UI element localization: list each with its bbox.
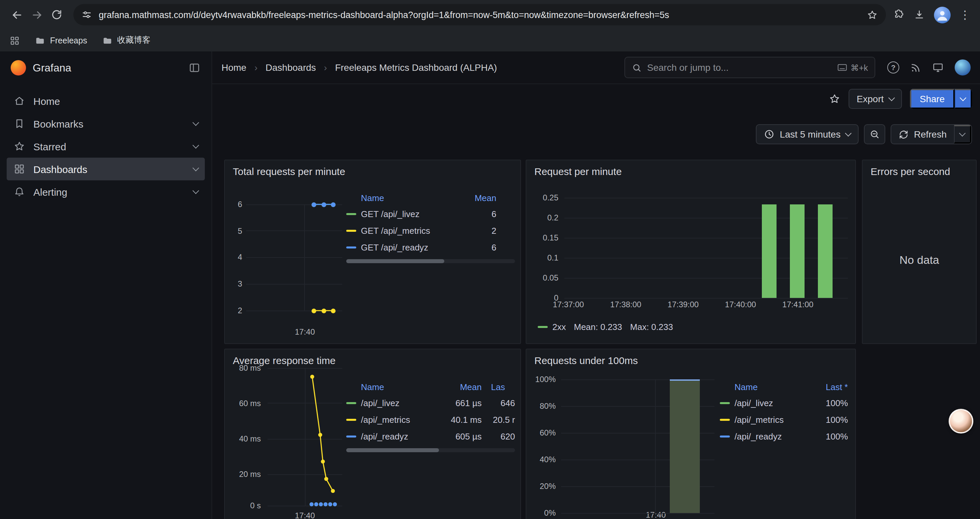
legend-header-mean[interactable]: Mean bbox=[456, 193, 496, 203]
legend-row[interactable]: /api/_readyz 100% bbox=[720, 428, 848, 445]
panel-title[interactable]: Errors per second bbox=[870, 166, 950, 177]
site-controls-icon[interactable] bbox=[81, 10, 92, 20]
scrollbar-thumb[interactable] bbox=[346, 448, 439, 452]
refresh-interval-caret[interactable] bbox=[954, 125, 971, 144]
x-tick: 17:41:00 bbox=[775, 300, 821, 309]
panel-title[interactable]: Total requests per minute bbox=[233, 166, 345, 177]
time-range-picker[interactable]: Last 5 minutes bbox=[756, 124, 859, 144]
legend-scrollbar[interactable] bbox=[346, 259, 515, 263]
legend-row[interactable]: /api/_metrics 100% bbox=[720, 412, 848, 428]
y-tick: 6 bbox=[225, 200, 242, 209]
dock-menu-button[interactable] bbox=[188, 61, 201, 74]
panel-title[interactable]: Request per minute bbox=[535, 166, 622, 177]
legend-header-mean[interactable]: Mean bbox=[442, 382, 482, 392]
y-tick: 40 ms bbox=[225, 434, 261, 444]
export-button[interactable]: Export bbox=[849, 89, 902, 109]
legend-mean: Mean: 0.233 bbox=[574, 322, 622, 332]
forward-button[interactable] bbox=[27, 5, 47, 25]
breadcrumb-dashboards[interactable]: Dashboards bbox=[266, 62, 316, 73]
legend-row[interactable]: /api/_livez 100% bbox=[720, 395, 848, 412]
legend-row[interactable]: GET /api/_metrics 2 bbox=[346, 222, 515, 239]
chevron-down-icon[interactable] bbox=[192, 142, 199, 148]
legend-header-name[interactable]: Name bbox=[720, 382, 811, 392]
x-tick: 17:40:00 bbox=[717, 300, 764, 309]
legend-header-name[interactable]: Name bbox=[346, 193, 456, 203]
user-avatar[interactable] bbox=[955, 59, 970, 75]
chevron-down-icon bbox=[959, 129, 966, 136]
y-tick: 5 bbox=[225, 227, 242, 236]
bookmark-folder-blogs[interactable]: 收藏博客 bbox=[102, 35, 150, 46]
legend-header-last[interactable]: Las bbox=[482, 382, 515, 392]
dashboards-icon bbox=[13, 163, 25, 175]
folder-icon bbox=[35, 35, 45, 46]
bookmark-star-icon[interactable] bbox=[867, 9, 878, 21]
share-caret-button[interactable] bbox=[955, 89, 972, 109]
y-tick: 0% bbox=[527, 508, 556, 517]
scrollbar-thumb[interactable] bbox=[346, 259, 444, 263]
chevron-down-icon[interactable] bbox=[192, 164, 199, 171]
y-tick: 4 bbox=[225, 252, 242, 262]
sidebar-item-label: Home bbox=[33, 95, 60, 107]
legend-header-last[interactable]: Last * bbox=[811, 382, 848, 392]
grafana-logo[interactable] bbox=[11, 60, 26, 75]
y-tick: 0.2 bbox=[527, 213, 558, 222]
floating-avatar[interactable] bbox=[949, 409, 973, 433]
browser-menu-icon[interactable]: ⋮ bbox=[959, 9, 970, 21]
favorite-star-icon[interactable] bbox=[829, 93, 841, 105]
grafana-app: Grafana Home Bookmarks Starred bbox=[0, 51, 980, 519]
y-tick: 0.15 bbox=[527, 233, 558, 243]
legend-row[interactable]: /api/_metrics 40.1 ms 20.5 r bbox=[346, 412, 515, 428]
url-text[interactable]: grafana.mathmast.com/d/deytv4rwavabkb/fr… bbox=[99, 10, 860, 20]
sidebar-item-label: Bookmarks bbox=[33, 118, 83, 129]
panel-title[interactable]: Requests under 100ms bbox=[535, 355, 638, 366]
bookmark-folder-freeleaps[interactable]: Freeleaps bbox=[35, 35, 87, 46]
sidebar-nav: Home Bookmarks Starred Dashboards bbox=[0, 84, 212, 203]
home-icon bbox=[13, 95, 25, 107]
reload-button[interactable] bbox=[47, 5, 67, 25]
help-icon[interactable]: ? bbox=[887, 61, 899, 73]
share-button[interactable]: Share bbox=[910, 89, 955, 109]
search-placeholder: Search or jump to... bbox=[647, 62, 832, 73]
search-icon bbox=[632, 62, 642, 72]
legend-row[interactable]: GET /api/_livez 6 bbox=[346, 206, 515, 222]
sidebar-item-home[interactable]: Home bbox=[7, 89, 205, 112]
search-input[interactable]: Search or jump to... ⌘+k bbox=[624, 57, 875, 78]
series-dash bbox=[538, 326, 548, 328]
back-button[interactable] bbox=[7, 5, 27, 25]
sidebar-item-label: Dashboards bbox=[33, 163, 88, 175]
legend-row[interactable]: /api/_readyz 605 µs 620 bbox=[346, 428, 515, 445]
legend-item[interactable]: 2xx bbox=[538, 322, 566, 332]
breadcrumb-home[interactable]: Home bbox=[221, 62, 247, 73]
rss-icon[interactable] bbox=[910, 62, 921, 73]
y-tick: 0.05 bbox=[527, 273, 558, 283]
monitor-icon[interactable] bbox=[932, 61, 944, 73]
y-tick: 60% bbox=[527, 428, 556, 438]
y-tick: 100% bbox=[527, 375, 556, 384]
omnibox[interactable]: grafana.mathmast.com/d/deytv4rwavabkb/fr… bbox=[73, 4, 886, 26]
screen: grafana.mathmast.com/d/deytv4rwavabkb/fr… bbox=[0, 0, 980, 519]
extensions-icon[interactable] bbox=[892, 9, 905, 21]
sidebar-item-bookmarks[interactable]: Bookmarks bbox=[7, 112, 205, 135]
legend-header-name[interactable]: Name bbox=[346, 382, 442, 392]
sidebar-item-alerting[interactable]: Alerting bbox=[7, 180, 205, 203]
chevron-down-icon[interactable] bbox=[192, 119, 199, 126]
sidebar-item-starred[interactable]: Starred bbox=[7, 135, 205, 158]
dashboard-toolbar: Export Share bbox=[212, 84, 980, 113]
profile-avatar[interactable] bbox=[934, 6, 951, 23]
zoom-out-button[interactable] bbox=[864, 124, 885, 144]
panel-legend: 2xx Mean: 0.233 Max: 0.233 bbox=[538, 322, 673, 332]
sidebar-item-dashboards[interactable]: Dashboards bbox=[7, 158, 205, 180]
legend-row[interactable]: /api/_livez 661 µs 646 bbox=[346, 395, 515, 412]
legend-scrollbar[interactable] bbox=[346, 448, 515, 452]
y-tick: 0 s bbox=[225, 501, 261, 510]
series-dash bbox=[720, 419, 730, 421]
refresh-button[interactable]: Refresh bbox=[891, 125, 954, 144]
chevron-down-icon bbox=[888, 94, 895, 101]
total-requests-plot bbox=[246, 204, 342, 311]
chevron-down-icon[interactable] bbox=[192, 187, 199, 194]
time-controls: Last 5 minutes Refresh bbox=[756, 124, 972, 144]
under-100ms-plot bbox=[561, 379, 714, 513]
download-icon[interactable] bbox=[913, 9, 925, 21]
legend-row[interactable]: GET /api/_readyz 6 bbox=[346, 239, 515, 256]
apps-grid-icon[interactable] bbox=[10, 35, 20, 46]
